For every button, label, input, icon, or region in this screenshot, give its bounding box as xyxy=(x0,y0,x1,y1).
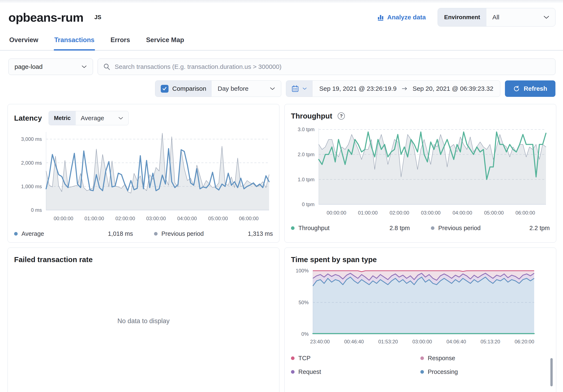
latency-title: Latency xyxy=(14,114,42,122)
chevron-down-icon xyxy=(543,15,549,19)
svg-text:04:00:00: 04:00:00 xyxy=(177,216,197,221)
top-shadow-strip xyxy=(0,0,563,3)
legend-dot xyxy=(420,356,424,360)
svg-text:0 ms: 0 ms xyxy=(31,207,42,213)
search-icon xyxy=(103,63,110,70)
svg-text:1,000 ms: 1,000 ms xyxy=(21,183,42,189)
chevron-down-icon xyxy=(303,87,307,90)
filter-bar: page-load xyxy=(8,59,555,75)
legend-item[interactable]: Previous period 1,313 ms xyxy=(154,230,273,237)
throughput-panel: Throughput ? 3.0 tpm2.0 tpm1.0 tpm0 tpm0… xyxy=(284,104,556,243)
legend-item[interactable]: Processing xyxy=(420,368,550,375)
latency-metric-select[interactable]: Metric Average xyxy=(49,111,128,125)
time-controls-row: Comparison Day before Se xyxy=(8,80,555,97)
legend-scrollbar[interactable] xyxy=(550,358,553,386)
agent-js-badge: JS xyxy=(94,14,101,21)
svg-text:100%: 100% xyxy=(296,268,309,274)
svg-text:1.0 tpm: 1.0 tpm xyxy=(298,177,315,182)
legend-item[interactable]: Request xyxy=(291,368,420,375)
date-start[interactable]: Sep 19, 2021 @ 23:26:19.9 xyxy=(319,85,396,92)
legend-item[interactable]: Throughput 2.8 tpm xyxy=(291,225,431,232)
refresh-icon xyxy=(513,85,520,92)
bar-chart-icon xyxy=(377,14,384,21)
svg-text:03:00:00: 03:00:00 xyxy=(146,216,166,221)
svg-text:01:53:20: 01:53:20 xyxy=(378,339,398,344)
latency-chart[interactable]: 3,000 ms2,000 ms1,000 ms0 ms00:00:0001:0… xyxy=(14,127,273,224)
search-input[interactable] xyxy=(115,63,550,70)
svg-text:06:00:00: 06:00:00 xyxy=(515,210,535,216)
svg-text:3.0 tpm: 3.0 tpm xyxy=(298,127,315,132)
svg-text:05:13:20: 05:13:20 xyxy=(481,339,500,344)
svg-text:23:40:00: 23:40:00 xyxy=(310,339,330,344)
date-range-picker: Sep 19, 2021 @ 23:26:19.9 Sep 20, 2021 @… xyxy=(286,80,500,97)
svg-text:03:00:00: 03:00:00 xyxy=(421,210,441,216)
transaction-search[interactable] xyxy=(98,59,555,75)
quick-select-menu[interactable] xyxy=(286,81,312,97)
svg-text:00:00:00: 00:00:00 xyxy=(54,216,73,221)
svg-text:01:00:00: 01:00:00 xyxy=(358,210,378,216)
svg-text:01:00:00: 01:00:00 xyxy=(84,216,104,221)
timespent-title: Time spent by span type xyxy=(291,255,377,264)
svg-text:0%: 0% xyxy=(301,331,309,337)
svg-text:06:00:00: 06:00:00 xyxy=(239,216,258,221)
chevron-down-icon xyxy=(270,87,275,90)
tab-transactions[interactable]: Transactions xyxy=(54,33,95,50)
svg-text:2.0 tpm: 2.0 tpm xyxy=(298,152,315,157)
failed-rate-title: Failed transaction rate xyxy=(14,255,93,264)
svg-text:04:00:00: 04:00:00 xyxy=(453,210,472,216)
legend-dot xyxy=(291,226,294,230)
tab-service-map[interactable]: Service Map xyxy=(146,33,184,50)
date-end[interactable]: Sep 20, 2021 @ 06:39:23.32 xyxy=(413,85,493,92)
comparison-label: Comparison xyxy=(172,85,206,92)
transaction-type-select[interactable]: page-load xyxy=(8,59,93,75)
latency-panel: Latency Metric Average 3,000 ms2,000 ms1… xyxy=(8,104,279,243)
comparison-period-select[interactable]: Day before xyxy=(212,81,281,97)
svg-text:0 tpm: 0 tpm xyxy=(302,201,315,207)
latency-legend: Average 1,018 ms Previous period 1,313 m… xyxy=(14,230,273,237)
legend-dot xyxy=(154,232,158,235)
legend-item[interactable]: TCP xyxy=(291,355,420,362)
legend-item[interactable]: Previous period 2.2 tpm xyxy=(431,225,550,232)
environment-label: Environment xyxy=(438,8,486,26)
throughput-title: Throughput xyxy=(291,112,332,120)
check-icon xyxy=(162,86,167,91)
tab-overview[interactable]: Overview xyxy=(9,33,39,50)
chevron-down-icon xyxy=(118,117,123,120)
legend-item[interactable]: Average 1,018 ms xyxy=(14,230,154,237)
timespent-legend: TCP Response Request Processing xyxy=(291,355,550,375)
timespent-panel: Time spent by span type 100%50%0%23:40:0… xyxy=(284,248,556,392)
help-icon[interactable]: ? xyxy=(338,112,345,119)
tab-errors[interactable]: Errors xyxy=(110,33,130,50)
throughput-chart[interactable]: 3.0 tpm2.0 tpm1.0 tpm0 tpm00:00:0001:00:… xyxy=(291,123,550,218)
no-data-message: No data to display xyxy=(8,317,279,325)
chevron-down-icon xyxy=(81,65,87,68)
svg-text:06:20:00: 06:20:00 xyxy=(515,339,534,344)
svg-text:02:00:00: 02:00:00 xyxy=(115,216,135,221)
legend-item[interactable]: Response xyxy=(420,355,550,362)
timespent-chart[interactable]: 100%50%0%23:40:0000:46:4001:53:2003:00:0… xyxy=(291,267,550,347)
legend-dot xyxy=(291,370,294,374)
environment-select[interactable]: Environment All xyxy=(438,8,555,26)
svg-text:02:00:00: 02:00:00 xyxy=(390,210,409,216)
arrow-right-icon xyxy=(402,87,408,91)
failed-rate-panel: Failed transaction rate No data to displ… xyxy=(8,248,279,392)
svg-text:00:46:40: 00:46:40 xyxy=(344,339,364,344)
calendar-icon xyxy=(292,85,299,92)
svg-text:05:00:00: 05:00:00 xyxy=(484,210,504,216)
service-tabs: Overview Transactions Errors Service Map xyxy=(0,33,563,51)
svg-text:50%: 50% xyxy=(298,300,309,305)
comparison-control: Comparison Day before xyxy=(155,80,282,97)
analyze-data-link[interactable]: Analyze data xyxy=(377,14,426,21)
legend-dot xyxy=(14,232,18,235)
svg-text:03:00:00: 03:00:00 xyxy=(412,339,432,344)
svg-text:05:00:00: 05:00:00 xyxy=(208,216,228,221)
legend-dot xyxy=(420,370,424,374)
throughput-legend: Throughput 2.8 tpm Previous period 2.2 t… xyxy=(291,225,550,232)
comparison-checkbox[interactable] xyxy=(161,85,168,93)
service-header: opbeans-rum JS Analyze data Environment … xyxy=(0,3,563,26)
charts-grid: Latency Metric Average 3,000 ms2,000 ms1… xyxy=(8,104,555,392)
page-title: opbeans-rum xyxy=(8,10,83,25)
svg-text:3,000 ms: 3,000 ms xyxy=(21,136,42,142)
legend-dot xyxy=(291,356,294,360)
refresh-button[interactable]: Refresh xyxy=(505,80,555,97)
